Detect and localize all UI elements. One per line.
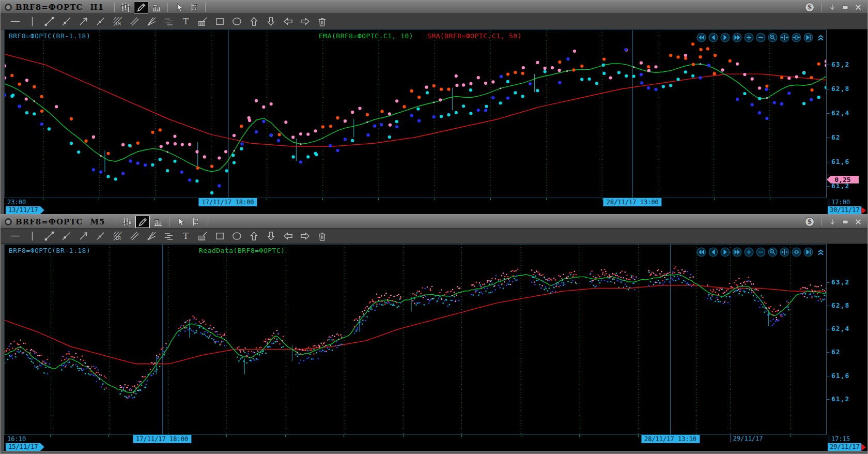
arrow-right-tool[interactable] bbox=[298, 16, 313, 28]
chart-canvas[interactable] bbox=[5, 30, 826, 198]
window-menu-icon[interactable] bbox=[5, 4, 12, 11]
plot-area[interactable]: BRF8=ФОРТС(BR-1.18) EMA(BRF8=ФОРТС.C1, 1… bbox=[4, 29, 827, 198]
text-tool[interactable]: T bbox=[178, 230, 193, 243]
cursor-tool-icon[interactable] bbox=[174, 216, 187, 228]
compress-bars-button[interactable] bbox=[792, 247, 801, 257]
draw-mode-icon[interactable] bbox=[136, 216, 149, 228]
arrow-down-tool[interactable] bbox=[264, 230, 278, 243]
price-axis[interactable]: 63,262,862,46261,661,2 0,25 17:00 30/11/… bbox=[827, 29, 867, 214]
scroll-fast-right-button[interactable] bbox=[732, 33, 742, 42]
chart-canvas[interactable] bbox=[5, 245, 826, 434]
horizontal-levels-tool[interactable] bbox=[161, 16, 176, 28]
arrow-line-tool[interactable] bbox=[76, 230, 91, 243]
scroll-end-arrow-icon[interactable] bbox=[861, 207, 866, 214]
go-to-end-button[interactable] bbox=[803, 247, 813, 257]
collapse-chevron-icon[interactable] bbox=[815, 249, 825, 256]
scroll-fast-left-button[interactable] bbox=[696, 33, 706, 42]
zoom-in-button[interactable] bbox=[744, 33, 754, 42]
compress-bars-button[interactable] bbox=[792, 33, 801, 42]
x-axis-selected-box[interactable]: 28/11/17 13:00 bbox=[603, 198, 662, 206]
ray-tool[interactable] bbox=[59, 230, 74, 243]
linear-regression-tool[interactable]: LR bbox=[110, 230, 125, 243]
horizontal-line-tool[interactable] bbox=[8, 16, 23, 28]
indicator-chart-icon[interactable] bbox=[151, 216, 165, 228]
compress-x-button[interactable] bbox=[780, 247, 789, 257]
cursor-tool-icon[interactable] bbox=[172, 2, 185, 13]
x-axis-label[interactable]: 29/11/17 bbox=[731, 435, 763, 442]
arrow-line-tool[interactable] bbox=[76, 16, 91, 28]
x-axis-selected-box[interactable]: 17/11/17 18:00 bbox=[198, 198, 257, 206]
segment-tool[interactable] bbox=[42, 16, 57, 28]
right-date-tag[interactable]: 30/11/17 bbox=[828, 206, 866, 214]
indicator-chart-icon[interactable] bbox=[150, 2, 163, 13]
ray-tool[interactable] bbox=[59, 16, 74, 28]
calculator-tool[interactable] bbox=[195, 16, 210, 28]
scroll-right-button[interactable] bbox=[720, 247, 730, 257]
delete-tool[interactable] bbox=[315, 16, 330, 28]
dollar-icon[interactable]: $ bbox=[805, 3, 814, 12]
close-icon[interactable] bbox=[854, 218, 862, 226]
arrow-down-tool[interactable] bbox=[264, 16, 278, 28]
vertical-line-tool[interactable] bbox=[25, 230, 40, 243]
horizontal-levels-tool[interactable] bbox=[161, 230, 176, 243]
chart-type-icon[interactable] bbox=[119, 2, 132, 13]
go-to-end-button[interactable] bbox=[803, 33, 813, 42]
right-date-tag[interactable]: 29/11/17 bbox=[828, 443, 866, 451]
arrow-left-tool[interactable] bbox=[281, 230, 296, 243]
scroll-left-button[interactable] bbox=[708, 33, 718, 42]
close-icon[interactable] bbox=[854, 3, 862, 11]
text-tool[interactable]: T bbox=[178, 16, 193, 28]
price-axis[interactable]: 63,262,862,46261,661,2 17:15 29/11/17 bbox=[827, 244, 867, 451]
minimize-icon[interactable] bbox=[841, 218, 849, 226]
arrow-up-tool[interactable] bbox=[246, 230, 261, 243]
fan-lines-tool[interactable] bbox=[144, 230, 159, 243]
rectangle-tool[interactable] bbox=[212, 16, 227, 28]
vertical-line-tool[interactable] bbox=[25, 16, 40, 28]
ellipse-tool[interactable] bbox=[229, 16, 244, 28]
fan-lines-tool[interactable] bbox=[144, 16, 159, 28]
titlebar[interactable]: BRF8=ФОРТС H1 $ bbox=[1, 1, 867, 14]
x-axis-selected-box[interactable]: 17/11/17 18:00 bbox=[133, 435, 191, 443]
window-menu-icon[interactable] bbox=[5, 218, 12, 225]
draw-mode-icon[interactable] bbox=[134, 2, 148, 13]
linear-regression-tool[interactable]: LR bbox=[110, 16, 125, 28]
scroll-fast-right-button[interactable] bbox=[732, 247, 742, 257]
window-roll-icon[interactable] bbox=[828, 218, 836, 226]
scroll-left-button[interactable] bbox=[708, 247, 718, 257]
arrow-left-tool[interactable] bbox=[281, 16, 296, 28]
x-axis[interactable]: 16:10 17/11/17 18:0028/11/17 13:1029/11/… bbox=[4, 435, 827, 443]
parallel-channel-tool[interactable] bbox=[127, 16, 142, 28]
titlebar[interactable]: BRF8=ФОРТС M5 $ bbox=[1, 215, 867, 229]
zoom-lens-button[interactable] bbox=[768, 33, 778, 42]
delete-tool[interactable] bbox=[315, 230, 330, 243]
compress-x-button[interactable] bbox=[780, 33, 789, 42]
zoom-out-button[interactable] bbox=[756, 247, 766, 257]
zoom-lens-button[interactable] bbox=[768, 247, 778, 257]
scroll-fast-left-button[interactable] bbox=[696, 247, 706, 257]
zoom-in-button[interactable] bbox=[744, 247, 754, 257]
x-axis-selected-box[interactable]: 28/11/17 13:10 bbox=[641, 435, 700, 443]
parallel-channel-tool[interactable] bbox=[127, 230, 142, 243]
levels-tool-icon[interactable] bbox=[189, 216, 203, 228]
levels-tool-icon[interactable] bbox=[188, 2, 201, 13]
trend-tool[interactable] bbox=[93, 16, 108, 28]
zoom-out-button[interactable] bbox=[756, 33, 766, 42]
calculator-tool[interactable] bbox=[195, 230, 210, 243]
segment-tool[interactable] bbox=[42, 230, 57, 243]
horizontal-line-tool[interactable] bbox=[8, 230, 23, 243]
left-date-tag[interactable]: 15/11/17 bbox=[6, 443, 44, 451]
rectangle-tool[interactable] bbox=[212, 230, 227, 243]
ellipse-tool[interactable] bbox=[229, 230, 244, 243]
x-axis[interactable]: 23:00 17/11/17 18:0028/11/17 13:00 bbox=[4, 198, 827, 206]
arrow-right-tool[interactable] bbox=[298, 230, 313, 243]
collapse-chevron-icon[interactable] bbox=[815, 34, 825, 41]
plot-area[interactable]: BRF8=ФОРТС(BR-1.18) ReadData(BRF8=ФОРТС) bbox=[4, 244, 827, 435]
scroll-end-arrow-icon[interactable] bbox=[861, 444, 866, 451]
arrow-up-tool[interactable] bbox=[246, 16, 261, 28]
dollar-icon[interactable]: $ bbox=[805, 217, 814, 226]
chart-type-icon[interactable] bbox=[120, 216, 134, 228]
scroll-right-button[interactable] bbox=[720, 33, 730, 42]
trend-tool[interactable] bbox=[93, 230, 108, 243]
window-roll-icon[interactable] bbox=[828, 3, 836, 11]
minimize-icon[interactable] bbox=[841, 3, 849, 11]
